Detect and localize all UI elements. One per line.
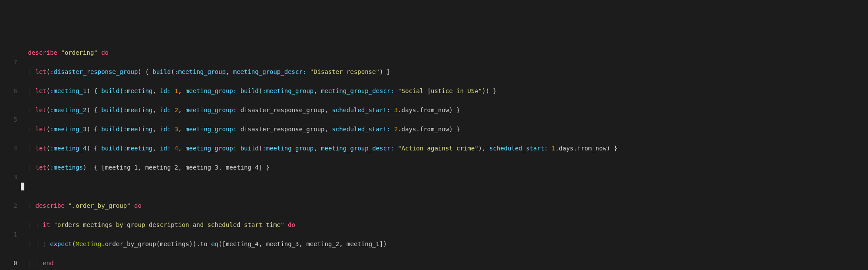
code-line[interactable]: ¦ ¦ ¦ expect(Meeting.order_by_group(meet… (21, 239, 868, 249)
code-line[interactable]: ¦ let(:meeting_2) { build(:meeting, id: … (21, 105, 868, 115)
code-line[interactable]: ¦ let(:meetings) { [meeting_1, meeting_2… (21, 163, 868, 172)
code-line[interactable]: ¦ let(:meeting_4) { build(:meeting, id: … (21, 143, 868, 153)
code-line[interactable]: ¦ describe ".order_by_group" do (21, 201, 868, 210)
code-line[interactable]: ¦ ¦ end (21, 258, 868, 268)
cursor-icon (21, 183, 24, 190)
line-number: 6 (3, 86, 17, 96)
code-editor[interactable]: 7 6 5 4 3 2 1 0 1 2 3 4 5 6 7 8 9 10 11 … (0, 38, 868, 270)
line-number: 1 (3, 230, 17, 239)
code-line[interactable]: ¦ ¦ it "orders meetings by group descrip… (21, 220, 868, 230)
line-number-current: 0 (3, 258, 17, 268)
line-number: 3 (3, 172, 17, 182)
code-line[interactable]: ¦ let(:disaster_response_group) { build(… (21, 67, 868, 77)
line-number: 7 (3, 57, 17, 67)
code-line[interactable]: ¦ let(:meeting_3) { build(:meeting, id: … (21, 124, 868, 134)
code-line-cursor[interactable] (21, 182, 868, 191)
code-area[interactable]: describe "ordering" do ¦ let(:disaster_r… (21, 38, 868, 270)
line-number: 4 (3, 143, 17, 153)
line-number: 5 (3, 115, 17, 124)
line-number-gutter: 7 6 5 4 3 2 1 0 1 2 3 4 5 6 7 8 9 10 11 … (0, 38, 21, 270)
code-line[interactable]: ¦ let(:meeting_1) { build(:meeting, id: … (21, 86, 868, 96)
code-line[interactable]: describe "ordering" do (21, 48, 868, 57)
line-number: 2 (3, 201, 17, 210)
